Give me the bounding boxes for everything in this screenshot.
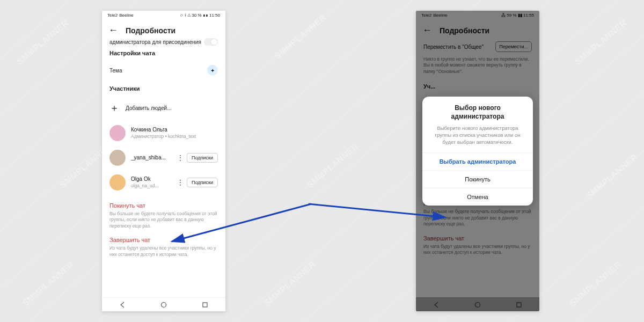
annotation-arrow xyxy=(0,0,644,322)
svg-line-5 xyxy=(309,204,445,217)
svg-line-4 xyxy=(172,204,311,241)
